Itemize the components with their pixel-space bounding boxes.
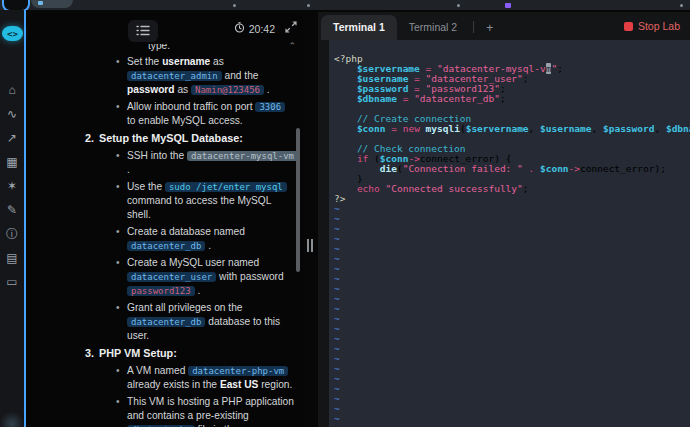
- section-number: 2.: [85, 132, 94, 144]
- vim-tilde: ~: [334, 324, 690, 334]
- browser-tab-fragment: [31, 0, 73, 8]
- inline-code-chip: datacenter_db: [127, 241, 205, 251]
- inline-code-chip: datacenter_admin: [127, 71, 222, 81]
- vim-tilde: ~: [334, 404, 690, 414]
- stop-lab-button[interactable]: Stop Lab: [624, 20, 680, 32]
- bullet-text: A VM named datacenter-php-vmalready exis…: [127, 364, 303, 392]
- bullet-dot: •: [116, 225, 127, 253]
- inline-code-chip: datacenter-mysql-vm: [187, 151, 298, 161]
- code-line: $dbname = "datacenter_db";: [334, 94, 690, 104]
- vim-tilde: ~: [334, 304, 690, 314]
- instruction-bullet: •Set the username asdatacenter_admin and…: [80, 55, 308, 97]
- terminal-tab-terminal-1[interactable]: Terminal 1: [321, 15, 397, 40]
- code-line: ?>: [334, 194, 690, 204]
- favicon-dot: [680, 4, 683, 7]
- section-title: Setup the MySQL Database:: [99, 132, 243, 144]
- learning-path-icon[interactable]: ∿: [4, 108, 20, 121]
- inline-code-chip: datacenter_user: [127, 272, 216, 282]
- tab-divider: [473, 21, 474, 33]
- expand-icon: [285, 21, 297, 36]
- browser-tab-strip: [0, 0, 690, 10]
- instruction-bullet: •Create a database nameddatacenter_db .: [80, 225, 308, 253]
- chat-icon[interactable]: ▭: [4, 276, 20, 289]
- vim-tilde: ~: [334, 374, 690, 384]
- instruction-bullet: •Allow inbound traffic on port 3306to en…: [80, 100, 308, 128]
- terminal-tab-terminal-2[interactable]: Terminal 2: [397, 15, 469, 40]
- instructions-panel: 20:42 ⌃ type.•Set the username asdatacen…: [28, 12, 303, 427]
- bullet-dot: •: [116, 149, 127, 177]
- instruction-bullet: •SSH into the datacenter-mysql-vm .: [80, 149, 308, 177]
- section-title: PHP VM Setup:: [99, 347, 177, 359]
- bullet-text: This VM is hosting a PHP applicationand …: [127, 395, 303, 427]
- vim-tilde: ~: [334, 344, 690, 354]
- vim-tilde: ~: [334, 224, 690, 234]
- code-line: echo "Connected successfully";: [334, 184, 690, 194]
- vim-tilde: ~: [334, 394, 690, 404]
- bullet-text: Allow inbound traffic on port 3306to ena…: [127, 100, 303, 128]
- favicon-fragment: [38, 1, 43, 5]
- vim-tilde: ~: [334, 204, 690, 214]
- section-number: 3.: [85, 347, 94, 359]
- instruction-bullet: •This VM is hosting a PHP applicationand…: [80, 395, 308, 427]
- bullet-text: Set the username asdatacenter_admin and …: [127, 55, 303, 97]
- app-logo-icon[interactable]: <>: [2, 26, 23, 41]
- vim-tilde: ~: [334, 384, 690, 394]
- library-icon[interactable]: ▤: [4, 252, 20, 265]
- vim-tilde: ~: [334, 334, 690, 344]
- bullet-dot: •: [116, 55, 127, 97]
- leaderboard-icon[interactable]: ✶: [4, 180, 20, 193]
- clock-icon: [234, 22, 245, 35]
- info-icon[interactable]: ⓘ: [4, 228, 20, 241]
- bullet-text: SSH into the datacenter-mysql-vm .: [127, 149, 303, 177]
- vim-tilde: ~: [334, 314, 690, 324]
- vim-tilde: ~: [334, 364, 690, 374]
- vim-tilde: ~: [334, 284, 690, 294]
- bullet-text: Create a database nameddatacenter_db .: [127, 225, 303, 253]
- favicon-dot: [307, 4, 310, 7]
- terminal-tab-bar: Terminal 1Terminal 2 + Stop Lab: [318, 12, 690, 40]
- timer-value: 20:42: [249, 23, 275, 35]
- bullet-dot: •: [116, 180, 127, 222]
- inline-code-chip: password123: [127, 286, 195, 296]
- feedback-icon[interactable]: ✎: [4, 204, 20, 217]
- code-line: die("Connection failed: " . $conn->conne…: [334, 164, 690, 174]
- favicon-fragment-purple: [505, 3, 511, 8]
- favicon-dot: [457, 4, 460, 7]
- inline-code-chip: datacenter_db: [127, 317, 205, 327]
- vim-tilde: ~: [334, 234, 690, 244]
- inline-code-chip: Namin@123456: [191, 85, 264, 95]
- inline-code-chip: datacenter-php-vm: [188, 366, 288, 376]
- home-icon[interactable]: ⌂: [4, 84, 20, 97]
- schedule-icon[interactable]: ▦: [4, 156, 20, 169]
- sidebar-bottom-glow: [0, 411, 24, 427]
- stop-icon: [624, 22, 633, 31]
- sidebar-icon-list: ⌂∿↗▦✶✎ⓘ▤▭: [0, 84, 24, 289]
- instruction-bullet: •Grant all privileges on thedatacenter_d…: [80, 301, 308, 343]
- progress-icon[interactable]: ↗: [4, 132, 20, 145]
- stop-lab-label: Stop Lab: [638, 20, 680, 32]
- terminal-editor[interactable]: <?php $servername = "datacenter-mysql-vm…: [329, 40, 690, 427]
- terminal-panel: Terminal 1Terminal 2 + Stop Lab <?php $s…: [318, 12, 690, 427]
- lab-timer: 20:42: [234, 22, 275, 35]
- outline-toggle-button[interactable]: [128, 20, 158, 42]
- expand-panel-button[interactable]: [283, 21, 298, 36]
- screen: <> ⌂∿↗▦✶✎ⓘ▤▭ 20:42 ⌃ type.•Set the usern…: [0, 0, 690, 427]
- inline-code-chip: 3306: [255, 102, 285, 112]
- bullet-dot: •: [116, 100, 127, 128]
- vim-tilde-column: ~~~~~~~~~~~~~~~~~~~~~~~: [334, 204, 690, 427]
- inline-code-chip: sudo /jet/enter mysql: [165, 182, 287, 192]
- vim-tilde: ~: [334, 354, 690, 364]
- vim-tilde: ~: [334, 264, 690, 274]
- vim-tilde: ~: [334, 274, 690, 284]
- code-block: <?php $servername = "datacenter-mysql-vm…: [334, 54, 690, 204]
- favicon-dot: [233, 4, 236, 7]
- bullet-dot: •: [116, 256, 127, 298]
- panel-resize-handle[interactable]: [307, 239, 313, 252]
- vim-tilde: ~: [334, 244, 690, 254]
- app-sidebar: <> ⌂∿↗▦✶✎ⓘ▤▭: [0, 10, 26, 427]
- new-terminal-button[interactable]: +: [480, 20, 499, 36]
- vim-tilde: ~: [334, 214, 690, 224]
- code-line: $conn = new mysqli($servername, $usernam…: [334, 124, 690, 134]
- bullet-dot: •: [116, 301, 127, 343]
- clipped-text-line: type.: [148, 44, 308, 53]
